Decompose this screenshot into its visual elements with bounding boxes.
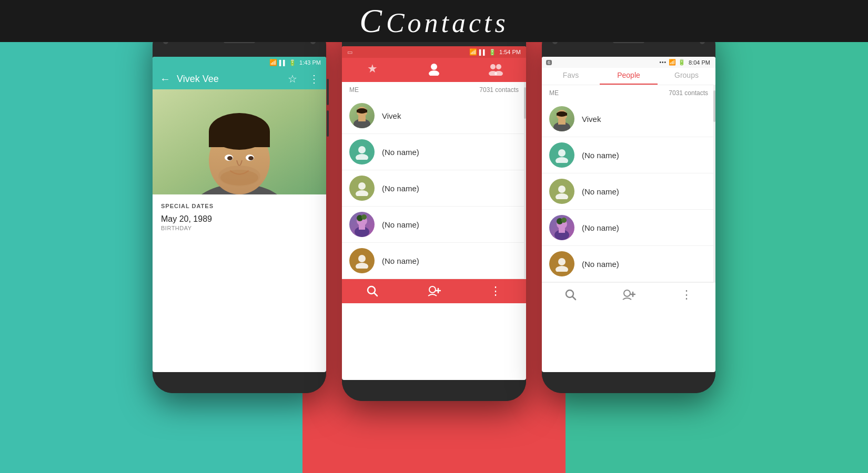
badge-icon: 6 xyxy=(546,60,552,65)
svg-point-13 xyxy=(429,70,439,76)
contact-name-vivek: Vivek xyxy=(582,115,601,124)
search-icon xyxy=(565,289,577,301)
add-person-icon xyxy=(622,289,635,301)
add-contact-nav-button[interactable] xyxy=(403,285,465,297)
time-display: 1:43 PM xyxy=(299,59,321,66)
contact-item-4[interactable]: (No name) xyxy=(542,246,715,282)
svg-point-14 xyxy=(490,64,496,69)
svg-point-57 xyxy=(624,290,630,296)
contact-item-3[interactable]: (No name) xyxy=(342,207,526,243)
contact-item-1[interactable]: (No name) xyxy=(542,137,715,173)
time-display: 8:04 PM xyxy=(689,59,710,66)
more-nav-button[interactable]: ⋮ xyxy=(658,288,715,302)
contacts-count: 7031 contacts xyxy=(479,86,519,94)
tab-favorites[interactable]: ★ xyxy=(342,62,403,76)
star-icon: ★ xyxy=(367,62,378,76)
battery-icon: 🔋 xyxy=(489,49,496,56)
wifi-icon: 📶 xyxy=(269,59,277,66)
back-button[interactable]: ← xyxy=(160,73,170,85)
scrollbar[interactable] xyxy=(524,82,526,279)
people-icon xyxy=(488,62,503,76)
phone2-bottom-nav: ⋮ xyxy=(342,279,526,303)
svg-rect-29 xyxy=(359,224,365,230)
volume-button-2 xyxy=(327,110,329,137)
phone3-bottom-nav: ⋮ xyxy=(542,282,715,307)
svg-point-52 xyxy=(561,218,567,223)
avatar-4 xyxy=(549,251,574,276)
contact-name-1: (No name) xyxy=(382,148,419,157)
svg-point-32 xyxy=(358,255,366,262)
top-header: CContacts xyxy=(0,0,868,42)
svg-point-36 xyxy=(429,286,436,293)
tab-groups[interactable] xyxy=(465,62,526,76)
contact-item-2[interactable]: (No name) xyxy=(542,173,715,210)
phone3-status-bar: 6 ••• 📶 🔋 8:04 PM xyxy=(542,57,715,68)
time-display: 1:54 PM xyxy=(499,49,521,55)
svg-point-54 xyxy=(556,266,568,272)
special-dates-section: SPECIAL DATES May 20, 1989 BIRTHDAY xyxy=(153,194,326,235)
contact-photo xyxy=(153,89,326,194)
contact-item-vivek[interactable]: Vivek xyxy=(542,101,715,137)
battery-icon: 🔋 xyxy=(678,59,685,66)
wifi-icon: 📶 xyxy=(669,59,676,66)
search-nav-button[interactable] xyxy=(542,289,600,301)
svg-point-8 xyxy=(227,156,233,160)
phone2-tabs: ★ xyxy=(342,58,526,82)
volume-button xyxy=(327,79,329,105)
svg-rect-50 xyxy=(559,228,565,233)
svg-rect-41 xyxy=(558,119,566,125)
svg-point-23 xyxy=(358,146,366,153)
wifi-icon: 📶 xyxy=(469,48,477,56)
contact-item-3[interactable]: (No name) xyxy=(542,210,715,246)
tab-people[interactable]: People xyxy=(600,71,658,85)
svg-point-44 xyxy=(558,149,566,157)
svg-point-9 xyxy=(248,156,254,160)
contact-name-4: (No name) xyxy=(582,260,619,269)
screen-icon: ▭ xyxy=(347,49,352,56)
person-icon xyxy=(427,62,441,76)
tab-groups[interactable]: Groups xyxy=(658,71,715,85)
contact-name-3: (No name) xyxy=(582,223,619,232)
svg-point-53 xyxy=(558,258,566,265)
phone-contacts-list: ▭ 📶 ▌▌ 🔋 1:54 PM ★ xyxy=(342,16,526,401)
scrollbar-thumb xyxy=(524,87,526,119)
tab-contacts[interactable] xyxy=(403,62,465,76)
avatar-1 xyxy=(549,142,574,168)
svg-point-12 xyxy=(431,64,437,70)
contact-item-1[interactable]: (No name) xyxy=(342,134,526,170)
avatar-1 xyxy=(349,139,375,164)
svg-rect-20 xyxy=(358,116,366,121)
svg-point-16 xyxy=(496,64,501,69)
svg-point-24 xyxy=(356,154,368,160)
svg-point-25 xyxy=(358,182,366,190)
contact-name-1: (No name) xyxy=(582,151,619,160)
contact-item-2[interactable]: (No name) xyxy=(342,170,526,207)
contact-item-4[interactable]: (No name) xyxy=(342,243,526,279)
tab-favs[interactable]: Favs xyxy=(542,71,600,85)
svg-point-33 xyxy=(356,263,368,269)
phone2-contact-list: ME 7031 contacts xyxy=(342,82,526,279)
phones-container: 📶 ▌▌ 🔋 1:43 PM ← Vivek Vee ☆ ⋮ xyxy=(0,0,868,473)
special-dates-label: SPECIAL DATES xyxy=(161,203,318,209)
contacts-count: 7031 contacts xyxy=(669,89,708,97)
add-contact-nav-button[interactable] xyxy=(600,289,658,301)
search-nav-button[interactable] xyxy=(342,285,403,297)
svg-rect-43 xyxy=(557,113,567,116)
more-nav-button[interactable]: ⋮ xyxy=(465,284,526,298)
vivek-avatar xyxy=(349,103,375,128)
search-icon xyxy=(367,285,378,297)
phone3-app-bar: 6 ••• 📶 🔋 8:04 PM Favs People xyxy=(542,57,715,85)
svg-point-31 xyxy=(361,214,367,220)
me-label: ME xyxy=(349,86,359,94)
avatar-3 xyxy=(349,212,375,237)
me-label: ME xyxy=(549,89,559,97)
svg-rect-22 xyxy=(357,110,367,112)
signal-icon: ▌▌ xyxy=(279,60,287,66)
phone-contacts-tabs: 6 ••• 📶 🔋 8:04 PM Favs People xyxy=(542,26,715,393)
phone1-screen: 📶 ▌▌ 🔋 1:43 PM ← Vivek Vee ☆ ⋮ xyxy=(153,57,326,372)
vivek-avatar xyxy=(549,106,574,131)
more-button[interactable]: ⋮ xyxy=(309,73,319,85)
star-button[interactable]: ☆ xyxy=(288,73,297,85)
scrollbar[interactable] xyxy=(713,85,715,282)
contact-item-vivek[interactable]: Vivek xyxy=(342,98,526,134)
